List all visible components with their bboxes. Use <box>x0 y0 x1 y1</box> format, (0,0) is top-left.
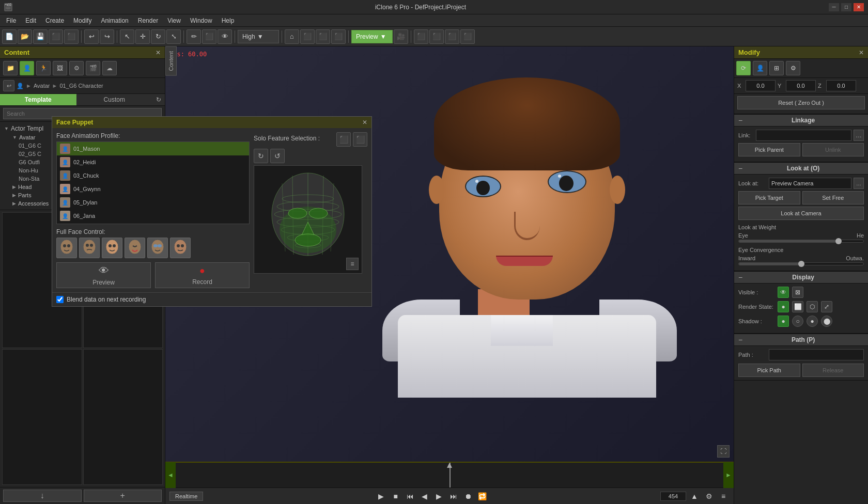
anim-btn[interactable]: ⬛ <box>414 29 428 44</box>
mod-tab-grid[interactable]: ⊞ <box>769 61 784 75</box>
align-btn[interactable]: ⬛ <box>331 29 346 44</box>
face-icon-5[interactable] <box>147 238 168 258</box>
lookat-header[interactable]: − Look at (O) <box>734 162 868 175</box>
render-expand-btn[interactable]: ⤢ <box>821 301 832 312</box>
profile-gwynn[interactable]: 👤 04_Gwynn <box>57 182 249 196</box>
anim3-btn[interactable]: ⬛ <box>445 29 459 44</box>
blend-checkbox[interactable] <box>56 296 64 303</box>
profile-mason[interactable]: 👤 01_Mason <box>57 142 249 155</box>
pick-path-btn[interactable]: Pick Path <box>738 364 800 377</box>
tab-props[interactable]: ⚙ <box>69 61 84 75</box>
grid-item-3[interactable] <box>2 349 82 485</box>
lookat-camera-btn[interactable]: Look at Camera <box>738 207 864 220</box>
shadow-circle-btn[interactable]: ○ <box>792 316 803 327</box>
grid-down-btn[interactable]: ↓ <box>3 490 82 502</box>
redo-btn[interactable]: ↪ <box>100 29 114 44</box>
lookat-input[interactable] <box>769 178 851 189</box>
profile-jana[interactable]: 👤 06_Jana <box>57 209 249 223</box>
shadow-solid-btn[interactable]: ● <box>807 316 818 327</box>
grid-btn[interactable]: ⬛ <box>300 29 315 44</box>
profile-heidi[interactable]: 👤 02_Heidi <box>57 155 249 169</box>
convergence-slider-thumb[interactable] <box>798 261 804 267</box>
timeline-track[interactable] <box>176 463 723 487</box>
fullscreen-btn[interactable]: ⛶ <box>717 445 730 458</box>
content-close-icon[interactable]: ✕ <box>156 49 161 56</box>
move-btn[interactable]: ✛ <box>135 29 150 44</box>
face-icon-1[interactable] <box>56 238 77 258</box>
path-input[interactable] <box>769 349 864 360</box>
face-puppet-close[interactable]: ✕ <box>362 119 367 126</box>
mod-tab-person[interactable]: 👤 <box>753 61 767 75</box>
nav-back[interactable]: ↩ <box>3 80 14 91</box>
anim4-btn[interactable]: ⬛ <box>460 29 475 44</box>
solo-list-btn[interactable]: ≡ <box>346 258 359 270</box>
scale-btn[interactable]: ⤡ <box>166 29 181 44</box>
loop-button[interactable]: 🔁 <box>476 490 489 502</box>
cam-btn[interactable]: 👁 <box>218 29 232 44</box>
profile-chuck[interactable]: 👤 03_Chuck <box>57 169 249 182</box>
convergence-slider-track[interactable] <box>738 262 864 265</box>
grid-add-btn[interactable]: + <box>84 490 162 502</box>
solo-import-btn[interactable]: ⬛ <box>353 132 367 147</box>
solo-export-btn[interactable]: ⬛ <box>336 132 351 147</box>
frame-input[interactable] <box>660 492 686 501</box>
anim2-btn[interactable]: ⬛ <box>429 29 444 44</box>
tl-left-arrow[interactable]: ◄ <box>165 462 176 488</box>
content-side-tab[interactable]: Content <box>165 46 177 76</box>
set-free-btn[interactable]: Set Free <box>802 191 864 204</box>
tab-photo[interactable]: 🖼 <box>53 61 67 75</box>
pick-target-btn[interactable]: Pick Target <box>738 191 800 204</box>
x-input[interactable] <box>746 80 776 91</box>
prev-frame-button[interactable]: ◀ <box>419 490 431 502</box>
render-wire-btn[interactable]: ⬡ <box>807 301 818 312</box>
face-icon-6[interactable] <box>170 238 191 258</box>
mod-tab-transform[interactable]: ⟳ <box>736 61 751 75</box>
profile-list[interactable]: 👤 01_Mason 👤 02_Heidi 👤 03_Chuck 👤 04_Gw… <box>56 141 250 224</box>
preview-dropdown[interactable]: Preview ▼ <box>351 30 393 43</box>
path-btn[interactable]: ⬛ <box>202 29 216 44</box>
tab-extra[interactable]: ↻ <box>152 94 165 105</box>
extra-btn[interactable]: ≡ <box>717 490 730 502</box>
pen-btn[interactable]: ✏ <box>187 29 201 44</box>
settings-btn[interactable]: ⚙ <box>703 490 715 502</box>
tab-scene[interactable]: 🎬 <box>86 61 100 75</box>
prev-button[interactable]: ⏮ <box>404 490 416 502</box>
menu-window[interactable]: Window <box>186 16 216 25</box>
menu-animation[interactable]: Animation <box>97 16 132 25</box>
shadow-on-btn[interactable]: ● <box>778 316 789 327</box>
weight-slider-thumb[interactable] <box>835 238 842 244</box>
breadcrumb-avatar[interactable]: Avatar <box>34 83 50 89</box>
new-btn[interactable]: 📄 <box>2 29 17 44</box>
select-btn[interactable]: ↖ <box>120 29 134 44</box>
fp-record-btn[interactable]: ● Record <box>155 262 250 288</box>
tab-actor[interactable]: 👤 <box>20 61 34 75</box>
profile-dylan[interactable]: 👤 05_Dylan <box>57 196 249 209</box>
menu-help[interactable]: Help <box>218 16 239 25</box>
rotate-btn[interactable]: ↻ <box>151 29 165 44</box>
shadow-filled-btn[interactable]: ⬤ <box>821 316 832 327</box>
menu-view[interactable]: View <box>163 16 185 25</box>
tl-right-arrow[interactable]: ► <box>723 462 734 488</box>
visible-show-btn[interactable]: 👁 <box>778 287 789 298</box>
weight-slider-track[interactable] <box>738 240 864 243</box>
render-box-btn[interactable]: ⬜ <box>792 301 803 312</box>
frame-up-btn[interactable]: ▲ <box>688 490 701 502</box>
open-btn[interactable]: 📂 <box>18 29 32 44</box>
export-btn[interactable]: ⬛ <box>49 29 63 44</box>
tab-folder[interactable]: 📁 <box>3 61 18 75</box>
solo-preview[interactable]: ≡ <box>254 165 362 274</box>
quality-dropdown[interactable]: High ▼ <box>238 30 279 43</box>
tab-sky[interactable]: ☁ <box>102 61 117 75</box>
render-normal-btn[interactable]: ● <box>778 301 789 312</box>
template-tab[interactable]: Template <box>0 94 76 105</box>
solo-reset-btn[interactable]: ↺ <box>270 149 285 163</box>
maximize-button[interactable]: □ <box>841 3 851 11</box>
menu-render[interactable]: Render <box>134 16 162 25</box>
face-icon-4[interactable] <box>125 238 145 258</box>
tab-motion[interactable]: 🏃 <box>36 61 51 75</box>
import-btn[interactable]: ⬛ <box>64 29 79 44</box>
solo-rotate-btn[interactable]: ↻ <box>254 149 268 163</box>
home-btn[interactable]: ⌂ <box>285 29 299 44</box>
modify-close-icon[interactable]: ✕ <box>859 49 864 56</box>
link-ellipsis[interactable]: … <box>854 130 864 141</box>
